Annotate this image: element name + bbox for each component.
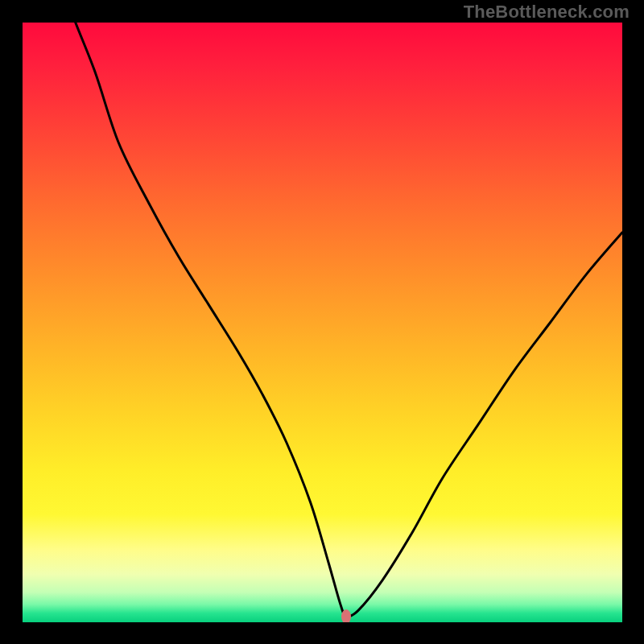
optimal-marker	[341, 609, 351, 622]
chart-frame: TheBottleneck.com	[0, 0, 644, 644]
curve-path	[23, 23, 622, 617]
plot-area	[23, 23, 622, 622]
watermark-text: TheBottleneck.com	[464, 2, 630, 23]
bottleneck-curve	[23, 23, 622, 622]
